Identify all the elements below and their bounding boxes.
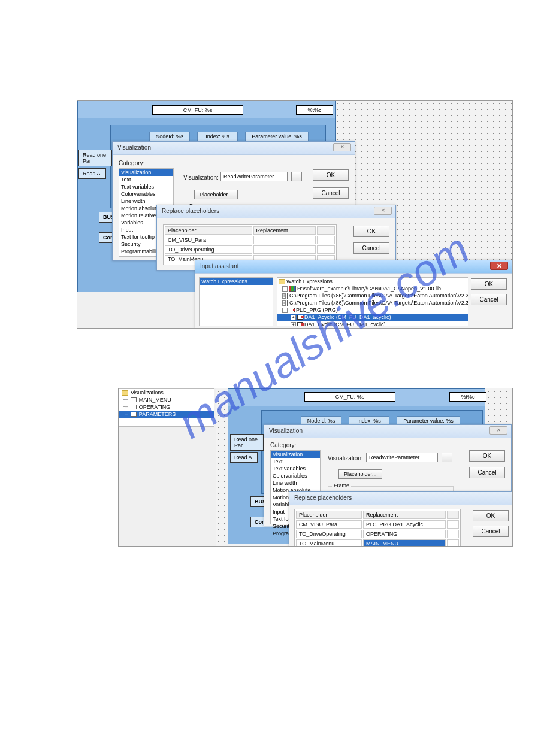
row1-r[interactable]: PLC_PRG.DA1_Acyclic [363,520,446,529]
cat-linewidth[interactable]: Line width [119,198,173,205]
expand-icon[interactable]: + [282,286,288,292]
cat-text[interactable]: Text [271,458,320,465]
nodeid-field: NodeId: %s [149,132,190,141]
expand-icon[interactable]: + [282,300,286,306]
library-icon [287,293,288,299]
cat-textvars[interactable]: Text variables [119,183,173,190]
tree-operating[interactable]: ├─OPERATING [119,403,214,411]
expression-tree[interactable]: Watch Expressions +H:\software_example\L… [277,277,468,326]
figure-2: Visualizations ├─MAIN_MENU ├─OPERATING └… [118,388,513,547]
browse-button[interactable]: ... [442,453,452,462]
cat-textvars[interactable]: Text variables [271,465,320,472]
ok-button[interactable]: OK [471,278,507,290]
title-text: Input assistant [200,263,238,269]
ok-button[interactable]: OK [313,169,349,181]
input-assistant-dialog: Input assistant ✕ Watch Expressions Watc… [195,260,512,329]
close-button[interactable]: ✕ [489,426,507,435]
title-text: Visualization [117,144,151,151]
title-text: Replace placeholders [294,494,352,501]
fb-icon [289,308,295,312]
row1-p[interactable]: CM_VISU_Para [296,520,362,529]
tree-root[interactable]: Watch Expressions [277,278,468,285]
watch-category-list[interactable]: Watch Expressions [199,277,273,326]
close-button[interactable]: ✕ [490,262,508,270]
cancel-button[interactable]: Cancel [353,242,389,254]
title-text: Visualization [269,427,303,434]
tree-lib3[interactable]: +C:\Program Files (x86)\Common Files\CAA… [277,299,468,306]
dialog-title: Visualization ✕ [113,142,355,155]
cm-label: CM_FU: %s [152,105,243,115]
cat-text[interactable]: Text [119,176,173,183]
cat-visualization[interactable]: Visualization [119,169,173,176]
read-all-button[interactable]: Read A [78,168,106,179]
fb-icon [297,322,303,326]
dialog-title: Replace placeholders [289,492,512,505]
ok-button[interactable]: OK [353,226,389,237]
vis-label: Visualization: [183,174,219,181]
placeholder-button[interactable]: Placeholder... [338,469,382,479]
tree-cyclic[interactable]: +DA1_Cyclic (CM_FU_DA1_cyclic) [277,321,468,326]
cancel-button[interactable]: Cancel [471,294,507,305]
expand-icon[interactable]: + [291,322,296,327]
placeholder-table[interactable]: PlaceholderReplacement CM_VISU_Para TO_D… [163,224,337,265]
visualizations-tree[interactable]: Visualizations ├─MAIN_MENU ├─OPERATING └… [119,388,214,427]
tree-plc[interactable]: -PLC_PRG (PRG) [277,306,468,314]
ok-button[interactable]: OK [469,450,505,462]
expand-icon[interactable]: + [291,315,296,320]
col-replacement: Replacement [253,226,316,235]
frame-label: Frame [332,482,351,488]
cat-colorvars[interactable]: Colorvariables [119,190,173,198]
cat-colorvars[interactable]: Colorvariables [271,472,320,479]
row2-p[interactable]: TO_DriveOperating [296,530,362,538]
collapse-icon[interactable]: - [282,308,288,313]
cat-visualization[interactable]: Visualization [271,451,320,458]
placeholder-table[interactable]: PlaceholderReplacement CM_VISU_ParaPLC_P… [294,509,461,547]
dialog-title: Replace placeholders ✕ [157,205,395,218]
read-one-button[interactable]: Read one Par [78,150,112,166]
cancel-button[interactable]: Cancel [473,526,509,537]
row3-p[interactable]: TO_MainMenu [296,539,362,547]
page-icon [131,397,137,402]
category-label: Category: [270,442,296,448]
figure-1: CM_FU: %s %t%c NodeId: %s Index: %s Para… [77,100,513,329]
cat-watch[interactable]: Watch Expressions [200,278,273,285]
tree-parameters[interactable]: └─PARAMETERS [119,411,214,418]
folder-icon [122,390,128,396]
cancel-button[interactable]: Cancel [469,467,505,478]
title-text: Replace placeholders [162,208,219,214]
cat-linewidth[interactable]: Line width [271,479,320,487]
fb-icon [297,315,303,320]
tree-lib1[interactable]: +H:\software_example\Library\CAN\DA1_CAN… [277,285,468,292]
cancel-button[interactable]: Cancel [313,187,349,199]
index-field: Index: %s [197,132,238,141]
library-icon [287,300,288,306]
browse-button[interactable]: ... [291,172,302,181]
placeholder-button[interactable]: Placeholder... [194,190,238,199]
dialog-title: Visualization ✕ [264,425,511,438]
cm-label: CM_FU: %s [304,392,395,402]
ok-button[interactable]: OK [473,510,509,521]
col-placeholder: Placeholder [165,226,252,235]
vis-value-input[interactable]: ReadWriteParameter [366,453,438,462]
expand-icon[interactable]: + [282,293,286,299]
folder-icon [279,279,285,284]
pct-label: %t%c [449,392,486,402]
row-todrive[interactable]: TO_DriveOperating [165,245,252,254]
row3-r[interactable]: MAIN_MENU [363,539,446,547]
close-button[interactable]: ✕ [333,143,351,151]
param-field: Parameter value: %s [245,132,309,141]
tree-root[interactable]: Visualizations [119,389,214,396]
tree-acyclic[interactable]: +DA1_Acyclic (CM_FU_DA1_acyclic) [277,314,468,321]
dialog-title: Input assistant ✕ [195,260,512,274]
read-all-button[interactable]: Read A [230,452,258,463]
tree-mainmenu[interactable]: ├─MAIN_MENU [119,396,214,403]
tree-lib2[interactable]: +C:\Program Files (x86)\Common Files\CAA… [277,292,468,299]
row2-r[interactable]: OPERATING [363,530,446,538]
read-one-button[interactable]: Read one Par [230,434,264,451]
pct-label: %t%c [296,105,333,115]
vis-value-input[interactable]: ReadWriteParameter [220,172,288,181]
col-replacement: Replacement [363,511,446,519]
vis-label: Visualization: [328,455,363,462]
close-button[interactable]: ✕ [374,207,392,215]
row-cmvisu[interactable]: CM_VISU_Para [165,236,252,244]
